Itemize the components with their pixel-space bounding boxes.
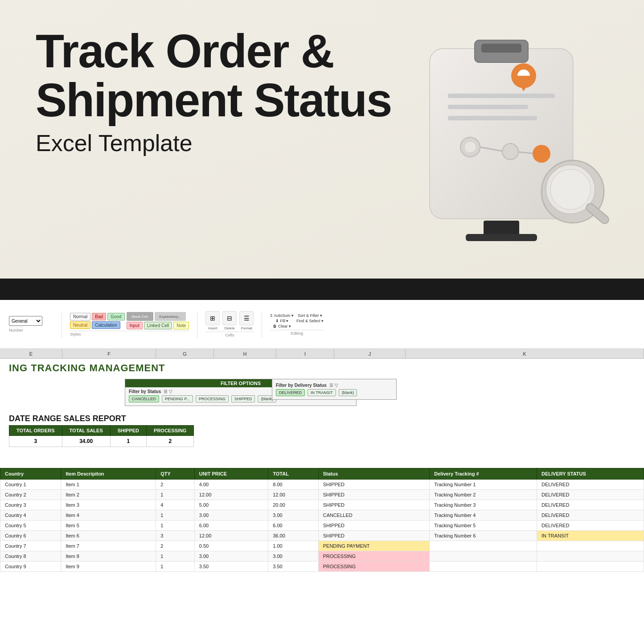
th-item: Item Descripiton [61, 468, 156, 480]
cell-total: 20.00 [268, 500, 318, 510]
cell-item: Item 9 [61, 562, 156, 572]
cell-total: 3.50 [268, 562, 318, 572]
ribbon-format-label: Format [241, 326, 252, 330]
filter-status-label: Filter by Status [129, 389, 161, 394]
cell-tracking: Tracking Number 3 [430, 500, 537, 510]
title-line2: Shipment Status [36, 74, 391, 126]
chip-shipped[interactable]: SHIPPED [231, 395, 255, 402]
cell-unit-price: 6.00 [194, 521, 268, 531]
col-header-i: I [276, 349, 334, 358]
sales-report-title: DATE RANGE SALES REPORT [0, 412, 194, 425]
table-row: Country 4 Item 4 1 3.00 3.00 CANCELLED T… [0, 510, 644, 521]
table-row: Country 2 Item 2 1 12.00 12.00 SHIPPED T… [0, 490, 644, 500]
data-table-container: Country Item Descripiton QTY UNIT PRICE … [0, 468, 644, 572]
cell-country: Country 6 [0, 531, 61, 541]
subtitle: Excel Template [36, 130, 391, 156]
ribbon-style-normal[interactable]: Normal [70, 313, 90, 320]
cell-qty: 2 [156, 480, 195, 490]
ribbon-style-bad[interactable]: Bad [92, 313, 106, 320]
cell-unit-price: 12.00 [194, 490, 268, 500]
ribbon-style-good[interactable]: Good [107, 313, 124, 320]
chip-processing[interactable]: PROCESSING [196, 395, 229, 402]
filter-delivery-chips[interactable]: DELIVERED IN TRANSIT (blank) [276, 389, 393, 396]
th-qty: QTY [156, 468, 195, 480]
table-row: Country 8 Item 8 1 3.00 3.00 PROCESSING [0, 551, 644, 562]
cell-country: Country 1 [0, 480, 61, 490]
cell-tracking [430, 562, 537, 572]
monitor-top-bar [0, 279, 644, 300]
chip-delivered[interactable]: DELIVERED [276, 389, 305, 396]
sheet-title: ING TRACKING MANAGEMENT [9, 362, 165, 374]
cell-unit-price: 0.50 [194, 541, 268, 551]
cell-qty: 1 [156, 562, 195, 572]
cell-total: 1.00 [268, 541, 318, 551]
ribbon-style-input[interactable]: Input [127, 322, 143, 329]
spreadsheet-content: ING TRACKING MANAGEMENT FILTER OPTIONS F… [0, 359, 644, 644]
cell-country: Country 9 [0, 562, 61, 572]
th-country: Country [0, 468, 61, 480]
cell-qty: 1 [156, 490, 195, 500]
delivery-filter-body: Filter by Delivery Status ☰ ▽ DELIVERED … [272, 379, 396, 399]
svg-rect-20 [484, 221, 519, 236]
cell-unit-price: 5.00 [194, 500, 268, 510]
col-header-e: E [0, 349, 62, 358]
ribbon-style-linked[interactable]: Linked Cell [144, 322, 172, 329]
cell-status: CANCELLED [318, 510, 430, 521]
svg-rect-5 [448, 105, 528, 109]
ribbon-style-neutral[interactable]: Neutral [70, 321, 90, 329]
col-header-g: G [156, 349, 214, 358]
cell-delivery-status: DELIVERED [537, 500, 644, 510]
table-row: Country 5 Item 5 1 6.00 6.00 SHIPPED Tra… [0, 521, 644, 531]
cell-delivery-status: DELIVERED [537, 480, 644, 490]
ribbon-find-select: Find & Select ▾ [296, 319, 324, 323]
th-tracking: Delivery Tracking # [430, 468, 537, 480]
cell-qty: 2 [156, 541, 195, 551]
cell-unit-price: 3.00 [194, 551, 268, 562]
ribbon-delete-icon: ⊟ [222, 311, 237, 325]
col-header-f: F [62, 349, 156, 358]
chip-cancelled[interactable]: CANCELLED [129, 395, 159, 402]
cell-qty: 1 [156, 521, 195, 531]
ribbon-insert-label: Insert [208, 326, 217, 330]
ribbon-blank-cell: Blank Cell [127, 312, 153, 321]
ribbon-insert-icon: ⊞ [205, 311, 220, 325]
svg-rect-3 [481, 44, 521, 53]
cell-status: SHIPPED [318, 490, 430, 500]
cell-unit-price: 4.00 [194, 480, 268, 490]
cell-delivery-status [537, 562, 644, 572]
ribbon-delete-label: Delete [225, 326, 235, 330]
svg-rect-21 [466, 234, 537, 241]
delivery-filter-panel: Filter by Delivery Status ☰ ▽ DELIVERED … [272, 379, 397, 400]
cell-tracking [430, 551, 537, 562]
summary-val-shipped: 1 [110, 436, 146, 447]
ribbon-styles-label: Styles [70, 331, 189, 336]
chip-in-transit[interactable]: IN TRANSIT [308, 389, 336, 396]
svg-point-18 [550, 169, 591, 209]
col-header-j: J [334, 349, 406, 358]
ribbon-number-label: Number [9, 327, 23, 332]
ribbon-style-calculation[interactable]: Calculation [92, 321, 120, 329]
ribbon-autosum: Σ AutoSum ▾ [270, 313, 294, 318]
th-delivery-status: DELIVERY STATUS [537, 468, 644, 480]
chip-pending[interactable]: PENDING P... [162, 395, 193, 402]
svg-point-14 [533, 145, 550, 163]
cell-unit-price: 12.00 [194, 531, 268, 541]
ribbon-style-note[interactable]: Note [173, 322, 189, 329]
svg-rect-6 [448, 116, 537, 120]
summary-val-processing: 2 [147, 436, 194, 447]
sales-summary-table: TOTAL ORDERS TOTAL SALES SHIPPED PROCESS… [9, 425, 194, 447]
cell-status: SHIPPED [318, 500, 430, 510]
cell-status: PROCESSING [318, 562, 430, 572]
cell-total: 3.00 [268, 510, 318, 521]
ribbon-format-icon: ☰ [239, 311, 254, 325]
svg-point-12 [502, 144, 518, 160]
chip-delivery-blank[interactable]: (blank) [339, 389, 357, 396]
col-header-k: K [406, 349, 644, 358]
cell-total: 12.00 [268, 490, 318, 500]
number-format-select[interactable]: General [9, 316, 42, 326]
th-total: TOTAL [268, 468, 318, 480]
sales-report-section: DATE RANGE SALES REPORT TOTAL ORDERS TOT… [0, 412, 194, 447]
cell-country: Country 5 [0, 521, 61, 531]
cell-total: 36.00 [268, 531, 318, 541]
data-table: Country Item Descripiton QTY UNIT PRICE … [0, 468, 644, 572]
